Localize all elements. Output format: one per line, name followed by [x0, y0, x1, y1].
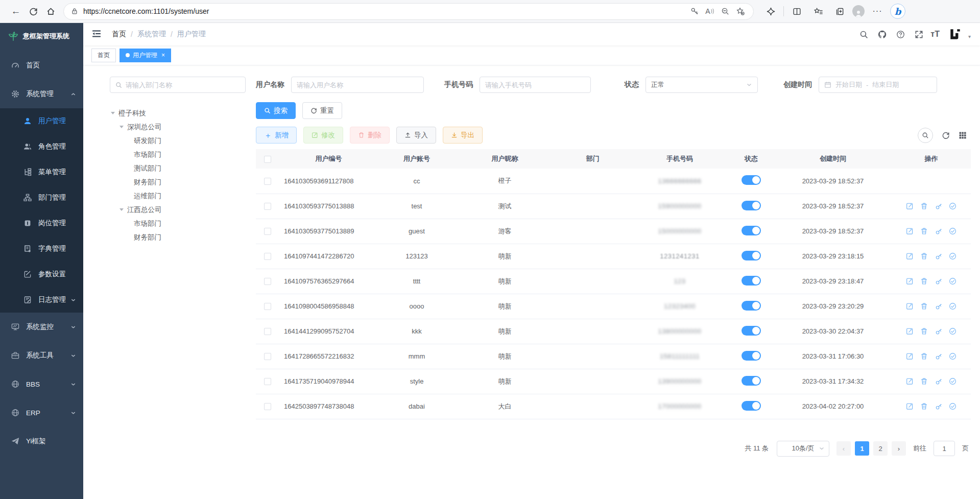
row-reset-password-key-icon[interactable]	[935, 377, 943, 386]
row-edit-icon[interactable]	[906, 202, 914, 210]
refresh-table-icon[interactable]	[942, 131, 950, 139]
status-toggle[interactable]	[742, 201, 761, 210]
sidebar-item-系统工具[interactable]: 系统工具	[0, 341, 83, 370]
search-button[interactable]: 搜索	[256, 102, 296, 119]
phone-input[interactable]	[485, 81, 585, 89]
password-key-icon[interactable]	[687, 4, 702, 18]
browser-profile-avatar[interactable]	[852, 5, 865, 17]
tree-node-测试部门[interactable]: 测试部门	[110, 161, 246, 175]
row-delete-icon[interactable]	[920, 377, 928, 386]
row-delete-icon[interactable]	[920, 252, 928, 260]
row-edit-icon[interactable]	[906, 402, 914, 411]
browser-home-button[interactable]	[42, 3, 59, 20]
tree-node-市场部门[interactable]: 市场部门	[110, 217, 246, 230]
help-icon[interactable]	[894, 28, 907, 41]
user-avatar[interactable]	[948, 27, 963, 42]
sidebar-item-BBS[interactable]: BBS	[0, 370, 83, 398]
row-assign-role-check-icon[interactable]	[949, 202, 957, 210]
split-screen-icon[interactable]	[788, 3, 805, 20]
row-delete-icon[interactable]	[920, 302, 928, 311]
tree-node-江西总公司[interactable]: 江西总公司	[110, 203, 246, 217]
status-toggle[interactable]	[742, 301, 761, 311]
row-assign-role-check-icon[interactable]	[949, 252, 957, 260]
fullscreen-icon[interactable]	[912, 28, 925, 41]
avatar-caret-icon[interactable]: ▾	[968, 34, 971, 39]
status-toggle[interactable]	[742, 351, 761, 361]
row-reset-password-key-icon[interactable]	[935, 227, 943, 235]
browser-settings-menu-icon[interactable]: ···	[869, 3, 886, 20]
caret-down-icon[interactable]	[119, 126, 124, 130]
row-checkbox[interactable]	[264, 253, 271, 260]
row-assign-role-check-icon[interactable]	[949, 327, 957, 336]
row-assign-role-check-icon[interactable]	[949, 302, 957, 311]
sidebar-item-ERP[interactable]: ERP	[0, 398, 83, 427]
row-checkbox[interactable]	[264, 178, 271, 185]
sidebar-item-首页[interactable]: 首页	[0, 51, 83, 80]
import-button[interactable]: 导入	[396, 127, 436, 144]
row-assign-role-check-icon[interactable]	[949, 352, 957, 361]
row-delete-icon[interactable]	[920, 277, 928, 286]
row-assign-role-check-icon[interactable]	[949, 227, 957, 235]
row-reset-password-key-icon[interactable]	[935, 327, 943, 336]
next-page-button[interactable]: ›	[892, 441, 906, 456]
app-logo[interactable]: 意框架管理系统	[0, 23, 83, 49]
row-checkbox[interactable]	[264, 203, 271, 210]
goto-page-input[interactable]	[934, 441, 955, 456]
row-edit-icon[interactable]	[906, 302, 914, 311]
status-toggle[interactable]	[742, 326, 761, 336]
sidebar-item-用户管理[interactable]: 用户管理	[0, 108, 83, 134]
url-text[interactable]: https://ccnetcore.com:1101/system/user	[83, 7, 687, 15]
row-reset-password-key-icon[interactable]	[935, 402, 943, 411]
caret-down-icon[interactable]	[111, 112, 115, 116]
row-checkbox[interactable]	[264, 228, 271, 235]
sidebar-item-日志管理[interactable]: 日志管理	[0, 287, 83, 313]
bing-chat-icon[interactable]: b	[890, 4, 905, 19]
extensions-icon[interactable]	[762, 3, 779, 20]
row-delete-icon[interactable]	[920, 327, 928, 336]
sidebar-fold-icon[interactable]	[91, 29, 103, 40]
edit-button[interactable]: 修改	[303, 127, 343, 144]
row-checkbox[interactable]	[264, 303, 271, 310]
row-edit-icon[interactable]	[906, 327, 914, 336]
status-toggle[interactable]	[742, 226, 761, 235]
browser-back-button[interactable]: ←	[7, 3, 25, 20]
favorite-add-star-icon[interactable]	[733, 4, 748, 18]
row-checkbox[interactable]	[264, 353, 271, 360]
add-button[interactable]: ＋新增	[256, 127, 297, 144]
close-tab-icon[interactable]: ×	[161, 52, 165, 59]
row-reset-password-key-icon[interactable]	[935, 352, 943, 361]
page-size-select[interactable]: 10条/页	[777, 441, 829, 457]
status-toggle[interactable]	[742, 251, 761, 260]
header-search-icon[interactable]	[857, 28, 870, 41]
row-assign-role-check-icon[interactable]	[949, 377, 957, 386]
tab-首页[interactable]: 首页	[91, 49, 116, 62]
sidebar-item-角色管理[interactable]: 角色管理	[0, 134, 83, 159]
status-toggle[interactable]	[742, 401, 761, 411]
tree-node-市场部门[interactable]: 市场部门	[110, 148, 246, 161]
sidebar-item-Yi框架[interactable]: Yi框架	[0, 427, 83, 456]
read-aloud-icon[interactable]: A	[702, 4, 718, 18]
row-checkbox[interactable]	[264, 378, 271, 385]
row-edit-icon[interactable]	[906, 252, 914, 260]
row-checkbox[interactable]	[264, 278, 271, 285]
row-edit-icon[interactable]	[906, 277, 914, 286]
sidebar-item-字典管理[interactable]: 字典管理	[0, 236, 83, 262]
reset-button[interactable]: 重置	[302, 102, 342, 119]
font-size-icon[interactable]: тT	[930, 30, 940, 39]
sidebar-item-参数设置[interactable]: 参数设置	[0, 262, 83, 287]
row-delete-icon[interactable]	[920, 227, 928, 235]
tab-用户管理[interactable]: 用户管理×	[119, 49, 171, 62]
prev-page-button[interactable]: ‹	[836, 441, 851, 456]
row-edit-icon[interactable]	[906, 227, 914, 235]
tree-node-运维部门[interactable]: 运维部门	[110, 189, 246, 203]
row-assign-role-check-icon[interactable]	[949, 277, 957, 286]
row-checkbox[interactable]	[264, 403, 271, 410]
breadcrumb-system[interactable]: 系统管理	[137, 30, 166, 39]
tree-node-橙子科技[interactable]: 橙子科技	[110, 106, 246, 120]
row-assign-role-check-icon[interactable]	[949, 402, 957, 411]
tree-node-研发部门[interactable]: 研发部门	[110, 134, 246, 148]
column-settings-grid-icon[interactable]	[959, 131, 967, 139]
sidebar-item-系统管理[interactable]: 系统管理	[0, 80, 83, 108]
department-search-input[interactable]	[126, 81, 240, 89]
page-button-1[interactable]: 1	[855, 441, 869, 456]
